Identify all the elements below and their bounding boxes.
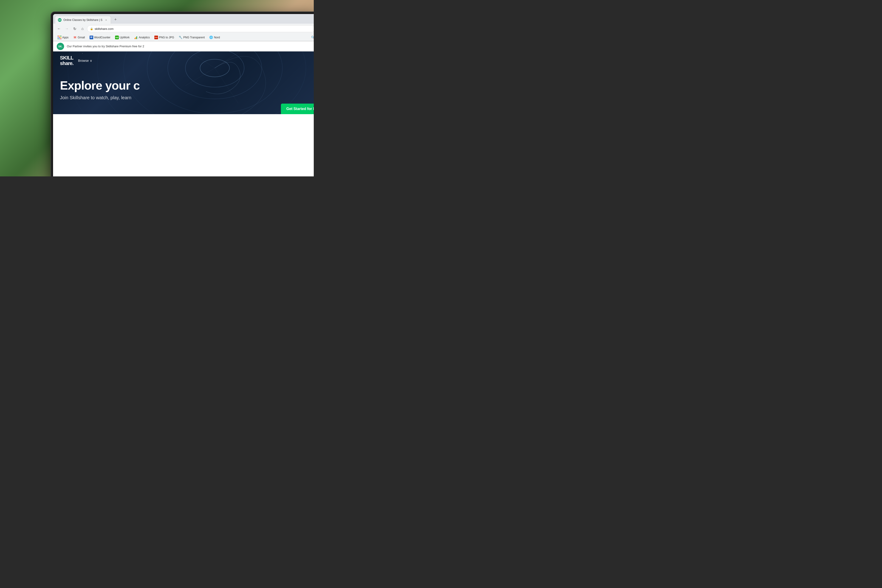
bookmarks-bar: Apps M Gmail W WordCounter (53, 34, 314, 41)
tab-close-button[interactable]: × (104, 18, 108, 22)
back-button[interactable]: ← (56, 26, 62, 32)
apps-icon (58, 36, 62, 39)
bookmark-gmail-label: Gmail (78, 36, 85, 39)
lock-icon: 🔒 (90, 27, 93, 30)
bookmark-apps-label: Apps (62, 36, 69, 39)
cta-button[interactable]: Get Started for Fr (281, 104, 314, 114)
skillshare-navbar: SKILL share. Browse ∨ (53, 51, 314, 70)
website-content-area: SKILL share. Browse ∨ Explore your c Joi… (53, 51, 314, 114)
notification-text: Our Partner invites you to try Skillshar… (67, 45, 144, 48)
bookmark-wordcounter-label: WordCounter (94, 36, 111, 39)
bookmark-upwork-label: UpWork (120, 36, 129, 39)
search-icon[interactable]: 🔍 (311, 36, 314, 39)
bookmark-apps[interactable]: Apps (56, 35, 70, 40)
tab-title: Online Classes by Skillshare | S (63, 18, 102, 22)
url-display: skillshare.com (94, 27, 114, 30)
address-bar[interactable]: 🔒 skillshare.com (87, 25, 314, 32)
upwork-icon: up (115, 36, 119, 39)
new-tab-button[interactable]: + (112, 16, 119, 23)
browse-chevron-icon: ∨ (90, 59, 92, 63)
notification-banner: SK. Our Partner invites you to try Skill… (53, 41, 314, 51)
browser-chrome: SK Online Classes by Skillshare | S × + … (53, 14, 314, 41)
bookmark-analytics[interactable]: Analytics (132, 35, 152, 40)
bookmark-analytics-label: Analytics (139, 36, 150, 39)
hero-content-area: Explore your c Join Skillshare to watch,… (53, 70, 314, 114)
laptop-screen: SK Online Classes by Skillshare | S × + … (53, 14, 314, 176)
browse-button[interactable]: Browse ∨ (78, 59, 92, 63)
wordcounter-icon: W (90, 36, 93, 39)
hero-subtitle: Join Skillshare to watch, play, learn (60, 95, 311, 100)
laptop-frame: SK Online Classes by Skillshare | S × + … (51, 12, 314, 176)
bookmark-png-jpg[interactable]: PNG PNG to JPG (153, 35, 176, 40)
browser-tab-active[interactable]: SK Online Classes by Skillshare | S × (55, 16, 111, 24)
nord-icon: 🌐 (209, 36, 213, 39)
png-transparent-icon: 🔧 (179, 36, 182, 39)
skillshare-logo: SKILL share. (60, 55, 74, 66)
refresh-button[interactable]: ↻ (71, 26, 78, 32)
analytics-icon (134, 36, 138, 39)
bookmark-upwork[interactable]: up UpWork (113, 35, 131, 40)
skillshare-badge: SK. (57, 43, 64, 50)
forward-button[interactable]: → (64, 26, 70, 32)
skillshare-hero: SKILL share. Browse ∨ Explore your c Joi… (53, 51, 314, 114)
bookmark-png-transparent[interactable]: 🔧 PNG Transparent (177, 35, 207, 40)
png-jpg-icon: PNG (154, 36, 158, 39)
bookmark-png-transparent-label: PNG Transparent (183, 36, 205, 39)
bookmark-nord[interactable]: 🌐 Nord (207, 35, 222, 40)
hero-title: Explore your c (60, 79, 311, 92)
bookmark-png-jpg-label: PNG to JPG (159, 36, 174, 39)
gmail-icon: M (73, 36, 77, 39)
tab-favicon: SK (58, 18, 62, 22)
tab-bar: SK Online Classes by Skillshare | S × + (53, 14, 314, 24)
bookmark-wordcounter[interactable]: W WordCounter (88, 35, 112, 40)
home-button[interactable]: ⌂ (79, 26, 86, 32)
bookmark-gmail[interactable]: M Gmail (71, 35, 87, 40)
navigation-bar: ← → ↻ ⌂ 🔒 skillshare.com (53, 24, 314, 34)
bookmark-nord-label: Nord (214, 36, 220, 39)
